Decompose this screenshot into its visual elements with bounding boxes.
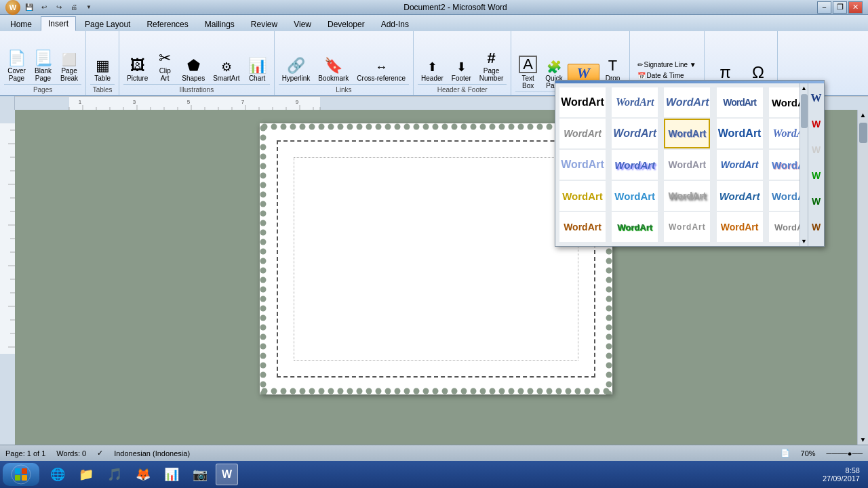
right-scrollbar[interactable]: ▲ ▼ (857, 110, 868, 445)
chart-button[interactable]: 📊 Chart (245, 56, 270, 84)
svg-text:7: 7 (241, 99, 245, 105)
taskbar-excel[interactable]: 📊 (159, 464, 184, 485)
start-button[interactable] (3, 463, 39, 486)
clock-date: 27/09/2017 (823, 474, 860, 483)
tab-mailings[interactable]: Mailings (197, 17, 242, 31)
taskbar-word-active[interactable]: W (216, 464, 238, 485)
signature-line-button[interactable]: ✏ Signature Line ▼ (634, 60, 700, 70)
wordart-style-4[interactable]: WordArt (717, 87, 763, 117)
qa-dropdown[interactable]: ▼ (83, 1, 95, 14)
wordart-style-18[interactable]: WordArt (664, 181, 710, 211)
window-title: Document2 - Microsoft Word (95, 3, 816, 12)
wordart-style-8[interactable]: WordArt (664, 119, 710, 148)
header-icon: ⬆ (427, 61, 437, 73)
bookmark-label: Bookmark (318, 75, 349, 82)
equation-icon: π (719, 64, 731, 81)
ribbon-group-tables: ▦ Table Tables (86, 31, 119, 95)
tab-review[interactable]: Review (243, 17, 285, 31)
popup-scrollbar[interactable]: ▲ ▼ (800, 83, 808, 246)
sidebar-icon-1[interactable]: W (810, 86, 823, 110)
sidebar-icon-4[interactable]: W (810, 163, 823, 188)
wordart-style-22[interactable]: WordArt (612, 212, 658, 242)
office-orb[interactable]: W (5, 0, 20, 15)
ribbon-tab-bar: Home Insert Page Layout References Maili… (0, 15, 868, 31)
taskbar-explorer[interactable]: 📁 (73, 464, 99, 485)
tab-insert[interactable]: Insert (41, 16, 76, 31)
picture-button[interactable]: 🖼 Picture (123, 56, 151, 84)
wordart-style-1[interactable]: WordArt (559, 87, 606, 117)
wordart-style-24[interactable]: WordArt (717, 212, 763, 242)
wordart-style-2[interactable]: WordArt (612, 87, 658, 117)
view-icon[interactable]: 📄 (781, 449, 790, 458)
symbol-icon: Ω (752, 64, 764, 81)
tab-home[interactable]: Home (3, 17, 39, 31)
wordart-style-14[interactable]: WordArt (717, 150, 763, 180)
text-box-icon: A (519, 56, 537, 73)
wordart-style-13[interactable]: WordArt (664, 150, 710, 180)
hyperlink-button[interactable]: 🔗 Hyperlink (279, 56, 314, 84)
sidebar-icon-6[interactable]: W (810, 215, 823, 239)
table-button[interactable]: ▦ Table (90, 56, 115, 84)
wordart-style-17[interactable]: WordArt (612, 181, 658, 211)
sidebar-icon-2[interactable]: W (810, 112, 823, 136)
tab-references[interactable]: References (139, 17, 195, 31)
sidebar-icon-5[interactable]: W (810, 189, 823, 214)
wordart-style-16[interactable]: WordArt (559, 181, 606, 211)
scroll-down-button[interactable]: ▼ (859, 434, 868, 445)
tab-view[interactable]: View (286, 17, 319, 31)
shapes-button[interactable]: ⬟ Shapes (178, 56, 208, 84)
smartart-button[interactable]: ⚙ SmartArt (210, 59, 243, 84)
smartart-label: SmartArt (213, 75, 239, 82)
zoom-slider[interactable]: ────●── (827, 449, 863, 458)
text-box-button[interactable]: A TextBox (515, 54, 540, 92)
blank-page-button[interactable]: 📃 BlankPage (31, 49, 56, 84)
minimize-button[interactable]: − (817, 1, 831, 14)
quick-parts-icon: 🧩 (547, 61, 561, 73)
wordart-style-9[interactable]: WordArt (717, 119, 763, 148)
wordart-style-7[interactable]: WordArt (612, 119, 658, 148)
undo-icon[interactable]: ↩ (38, 1, 50, 14)
blank-page-label: BlankPage (35, 67, 52, 82)
taskbar-media[interactable]: 🎵 (102, 464, 127, 485)
page-break-label: PageBreak (60, 67, 78, 82)
taskbar-ie[interactable]: 🌐 (45, 464, 71, 485)
wordart-style-19[interactable]: WordArt (717, 181, 763, 211)
wordart-style-23[interactable]: WordArt (664, 212, 710, 242)
tab-page-layout[interactable]: Page Layout (77, 17, 138, 31)
clip-art-label: ClipArt (159, 67, 171, 82)
quick-print-icon[interactable]: 🖨 (68, 1, 80, 14)
wordart-style-11[interactable]: WordArt (559, 150, 606, 180)
bookmark-button[interactable]: 🔖 Bookmark (315, 56, 352, 84)
page-number-button[interactable]: # PageNumber (476, 49, 507, 84)
restore-button[interactable]: ❐ (833, 1, 847, 14)
page-number-icon: # (487, 51, 495, 66)
wordart-style-3[interactable]: WordArt (664, 87, 710, 117)
footer-button[interactable]: ⬇ Footer (448, 59, 475, 84)
tab-addins[interactable]: Add-Ins (374, 17, 416, 31)
close-button[interactable]: ✕ (848, 1, 863, 14)
pages-group-label: Pages (4, 84, 81, 94)
tab-developer[interactable]: Developer (320, 17, 372, 31)
scroll-thumb[interactable] (859, 123, 867, 143)
taskbar-firefox[interactable]: 🦊 (130, 464, 156, 485)
page-break-icon: ⬜ (62, 54, 77, 66)
wordart-style-21[interactable]: WordArt (559, 212, 606, 242)
popup-scroll-thumb[interactable] (801, 94, 808, 128)
taskbar-photo[interactable]: 📷 (187, 464, 213, 485)
spell-check-icon[interactable]: ✓ (97, 449, 103, 458)
quick-save-icon[interactable]: 💾 (23, 1, 35, 14)
wordart-style-12[interactable]: WordArt (612, 150, 658, 180)
redo-icon[interactable]: ↪ (53, 1, 65, 14)
scroll-up-button[interactable]: ▲ (859, 110, 868, 120)
ribbon-group-pages: 📄 CoverPage 📃 BlankPage ⬜ PageBreak Page… (0, 31, 86, 95)
wordart-style-6[interactable]: WordArt (559, 119, 606, 148)
header-button[interactable]: ⬆ Header (418, 59, 447, 84)
page-break-button[interactable]: ⬜ PageBreak (57, 52, 81, 84)
cover-page-button[interactable]: 📄 CoverPage (4, 49, 29, 84)
clip-art-button[interactable]: ✂ ClipArt (153, 49, 177, 84)
date-time-button[interactable]: 📅 Date & Time (634, 70, 700, 81)
language-info[interactable]: Indonesian (Indonesia) (114, 449, 190, 458)
svg-rect-58 (15, 475, 20, 481)
sidebar-icon-3[interactable]: W (810, 138, 823, 162)
cross-reference-button[interactable]: ↔ Cross-reference (353, 59, 409, 84)
